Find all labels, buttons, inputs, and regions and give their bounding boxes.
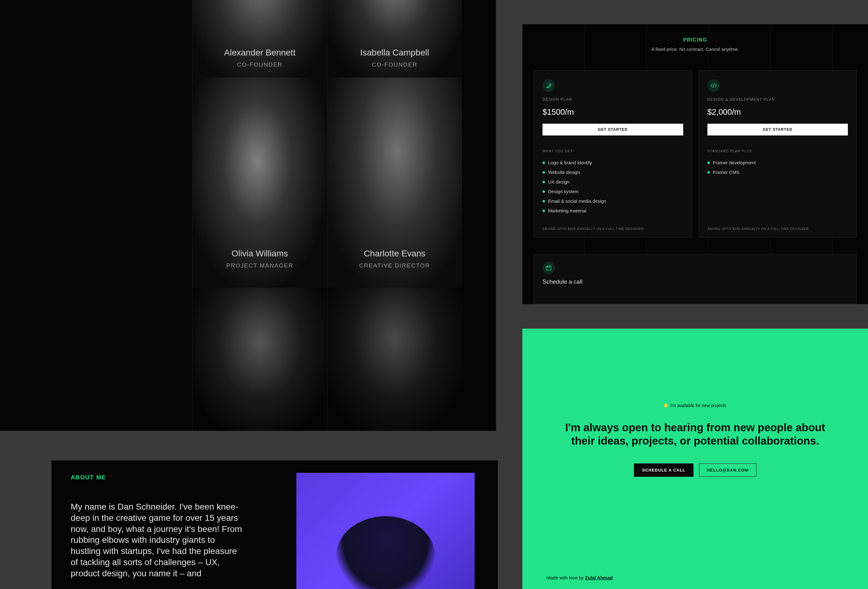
check-dot-icon bbox=[542, 181, 545, 183]
pricing-header: PRICING A fixed price. No contract. Canc… bbox=[523, 24, 868, 52]
portrait-image bbox=[192, 288, 327, 431]
team-caption: Isabella Campbell CO-FOUNDER bbox=[327, 48, 462, 68]
about-panel: ABOUT ME My name is Dan Schneider. I've … bbox=[52, 461, 498, 589]
team-member-name: Olivia Williams bbox=[192, 249, 327, 258]
check-dot-icon bbox=[707, 171, 710, 174]
plan-price: $1500/m bbox=[542, 107, 683, 117]
team-panel: rates valued port in e world. , strategi… bbox=[0, 0, 496, 431]
calendar-icon bbox=[542, 262, 555, 274]
plan-feature-text: Logo & brand identity bbox=[548, 160, 592, 165]
about-content: ABOUT ME My name is Dan Schneider. I've … bbox=[71, 474, 244, 579]
team-member-name: Alexander Bennett bbox=[192, 48, 327, 58]
cta-panel: I'm available for new projects I'm alway… bbox=[523, 329, 868, 589]
plan-feature-text: Framer CMS bbox=[713, 170, 740, 175]
pricing-panel: PRICING A fixed price. No contract. Canc… bbox=[523, 24, 868, 304]
team-member-role: CREATIVE DIRECTOR bbox=[327, 262, 462, 269]
team-member-name: Charlotte Evans bbox=[327, 249, 462, 258]
pricing-card-design: DESIGN PLAN $1500/m GET STARTED WHAT YOU… bbox=[533, 70, 692, 238]
team-caption: Alexander Bennett CO-FOUNDER bbox=[192, 48, 327, 68]
plan-feature: Marketing material bbox=[542, 206, 683, 216]
cta-heading: I'm always open to hearing from new peop… bbox=[559, 421, 831, 447]
plan-feature-text: UX design bbox=[548, 179, 570, 185]
plan-footnote: SAVING UPTO $50K ANNUALLY ON A FULL-TIME… bbox=[542, 227, 683, 231]
plan-feature-text: Website design bbox=[548, 170, 580, 175]
status-dot-icon bbox=[664, 404, 668, 407]
team-paragraph-2: ng approach, ut brands ople and bbox=[0, 162, 53, 200]
get-started-button[interactable]: GET STARTED bbox=[542, 124, 683, 136]
team-card: Olivia Williams PROJECT MANAGER bbox=[192, 78, 327, 288]
team-member-role: PROJECT MANAGER bbox=[192, 262, 327, 269]
check-dot-icon bbox=[707, 161, 710, 164]
cta-buttons: SCHEDULE A CALL HELLO@DAN.COM bbox=[634, 464, 756, 477]
check-dot-icon bbox=[542, 161, 545, 164]
plan-label: DESIGN PLAN bbox=[542, 97, 683, 102]
team-paragraph-1: , strategists, their full and bbox=[0, 110, 53, 148]
plan-section-label: STANDARD PLAN PLUS bbox=[707, 149, 848, 153]
plan-feature-text: Design system bbox=[548, 189, 579, 194]
footer-credit-link[interactable]: Zulal Ahmad bbox=[585, 575, 613, 580]
plan-feature: Framer CMS bbox=[707, 167, 848, 177]
cta-footer: Made with love by Zulal Ahmad bbox=[546, 575, 613, 580]
check-dot-icon bbox=[542, 190, 545, 193]
team-card: Alexander Bennett CO-FOUNDER bbox=[192, 0, 327, 78]
plan-feature-text: Marketing material bbox=[548, 208, 586, 213]
check-dot-icon bbox=[542, 171, 545, 174]
plan-feature: Email & social media design bbox=[542, 196, 683, 206]
team-card bbox=[192, 288, 327, 431]
plan-footnote: SAVING UPTO $50K ANNUALLY ON A FULL-TIME… bbox=[707, 227, 848, 231]
pricing-card-dev: DESIGN & DEVELOPMENT PLAN $2,000/m GET S… bbox=[698, 70, 857, 238]
availability-badge: I'm available for new projects bbox=[664, 403, 726, 408]
team-copy: rates valued port in e world. , strategi… bbox=[0, 16, 53, 241]
pricing-cards: DESIGN PLAN $1500/m GET STARTED WHAT YOU… bbox=[523, 52, 868, 238]
check-dot-icon bbox=[542, 210, 545, 212]
team-card: Isabella Campbell CO-FOUNDER bbox=[327, 0, 462, 78]
plan-price: $2,000/m bbox=[707, 107, 848, 117]
about-eyebrow: ABOUT ME bbox=[71, 474, 244, 481]
plan-section-label: WHAT YOU GET bbox=[542, 149, 683, 153]
plan-feature: Framer development bbox=[707, 158, 848, 167]
availability-text: I'm available for new projects bbox=[670, 403, 726, 408]
team-grid: Alexander Bennett CO-FOUNDER Isabella Ca… bbox=[192, 0, 462, 431]
plan-features: Logo & brand identity Website design UX … bbox=[542, 158, 683, 216]
team-caption: Olivia Williams PROJECT MANAGER bbox=[192, 249, 327, 269]
plan-label: DESIGN & DEVELOPMENT PLAN bbox=[707, 97, 848, 102]
team-member-role: CO-FOUNDER bbox=[192, 61, 327, 68]
team-caption: Charlotte Evans CREATIVE DIRECTOR bbox=[327, 249, 462, 269]
plan-feature: Logo & brand identity bbox=[542, 158, 683, 167]
plan-feature-text: Framer development bbox=[713, 160, 756, 165]
about-text: My name is Dan Schneider. I've been knee… bbox=[71, 501, 244, 579]
pricing-eyebrow: PRICING bbox=[523, 37, 868, 43]
portrait-image bbox=[327, 288, 462, 431]
pricing-subtitle: A fixed price. No contract. Cancel anyti… bbox=[523, 46, 868, 52]
schedule-call-card[interactable]: Schedule a call bbox=[533, 254, 857, 304]
schedule-call-button[interactable]: SCHEDULE A CALL bbox=[634, 464, 694, 477]
team-member-role: CO-FOUNDER bbox=[327, 61, 462, 68]
plan-features: Framer development Framer CMS bbox=[707, 158, 848, 177]
team-member-name: Isabella Campbell bbox=[327, 48, 462, 58]
plan-feature: Design system bbox=[542, 187, 683, 196]
email-button[interactable]: HELLO@DAN.COM bbox=[699, 464, 756, 477]
team-card: Charlotte Evans CREATIVE DIRECTOR bbox=[327, 78, 462, 288]
brush-icon bbox=[542, 79, 555, 92]
plan-feature: Website design bbox=[542, 167, 683, 177]
svg-rect-0 bbox=[546, 266, 551, 270]
code-icon bbox=[707, 79, 720, 92]
team-card bbox=[327, 288, 462, 431]
plan-feature: UX design bbox=[542, 177, 683, 187]
team-heading: rates valued port in e world. bbox=[0, 16, 53, 94]
plan-feature-text: Email & social media design bbox=[548, 198, 606, 204]
footer-prefix: Made with love by bbox=[546, 575, 585, 580]
schedule-call-title: Schedule a call bbox=[542, 278, 848, 285]
about-portrait-image bbox=[296, 473, 475, 589]
get-started-button[interactable]: GET STARTED bbox=[707, 124, 848, 136]
check-dot-icon bbox=[542, 200, 545, 202]
cta-inner: I'm available for new projects I'm alway… bbox=[523, 403, 868, 477]
